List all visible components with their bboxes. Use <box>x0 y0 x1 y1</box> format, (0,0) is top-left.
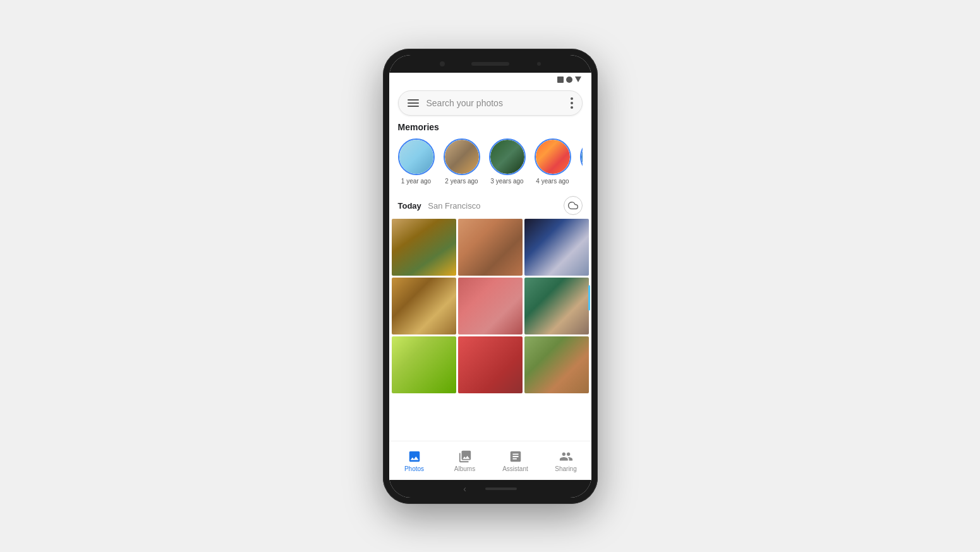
bottom-nav: Photos Albums As <box>389 441 591 480</box>
today-info: Today San Francisco <box>398 200 481 211</box>
assistant-nav-label: Assistant <box>502 465 528 472</box>
back-button[interactable]: ‹ <box>463 484 466 494</box>
albums-nav-icon <box>457 449 473 464</box>
phone-screen: Search your photos Memories 1 year ago <box>389 55 591 498</box>
phone-camera <box>440 61 445 66</box>
sharing-nav-icon <box>559 449 574 464</box>
photo-cell-3-2[interactable] <box>458 336 523 393</box>
memory-item-4[interactable]: 4 years ago <box>535 138 571 185</box>
memory-label-3: 3 years ago <box>490 178 523 185</box>
memory-image-2 <box>445 140 479 174</box>
nav-item-photos[interactable]: Photos <box>389 445 440 476</box>
phone-top-bar <box>389 55 591 73</box>
scroll-indicator <box>588 285 590 310</box>
memory-label-1: 1 year ago <box>401 178 431 185</box>
memories-title: Memories <box>398 122 583 132</box>
status-bar <box>389 73 591 87</box>
photo-row-2 <box>392 278 589 334</box>
today-bar: Today San Francisco <box>389 193 591 219</box>
memory-item-2[interactable]: 2 years ago <box>444 138 480 185</box>
memory-circle-5 <box>580 138 583 175</box>
photo-grid <box>389 219 591 441</box>
photo-row-1 <box>392 219 589 276</box>
assistant-nav-icon <box>508 449 523 464</box>
wifi-icon <box>575 77 581 82</box>
photo-cell-2-3[interactable] <box>524 278 589 334</box>
memory-image-5 <box>581 140 583 174</box>
memory-item-3[interactable]: 3 years ago <box>489 138 526 185</box>
memory-image-4 <box>536 140 570 174</box>
memories-section: Memories 1 year ago 2 years ago <box>389 122 591 193</box>
photos-nav-label: Photos <box>404 465 424 472</box>
photo-row-3 <box>392 336 589 393</box>
search-bar[interactable]: Search your photos <box>398 90 583 116</box>
search-placeholder[interactable]: Search your photos <box>426 98 571 108</box>
today-label: Today <box>398 201 421 211</box>
nav-item-assistant[interactable]: Assistant <box>490 445 541 476</box>
photo-cell-1-2[interactable] <box>458 219 523 276</box>
cloud-icon <box>568 200 578 211</box>
memory-image-3 <box>490 140 524 174</box>
memory-label-4: 4 years ago <box>536 178 569 185</box>
albums-nav-label: Albums <box>454 465 475 472</box>
memory-item-1[interactable]: 1 year ago <box>398 138 435 185</box>
more-options-icon[interactable] <box>571 97 573 109</box>
nav-item-albums[interactable]: Albums <box>440 445 490 476</box>
phone-dot <box>537 62 541 66</box>
status-icons <box>557 77 581 83</box>
memory-item-5[interactable]: 5 yea... <box>580 138 583 185</box>
memory-image-1 <box>399 140 433 174</box>
phone-speaker <box>471 62 509 66</box>
nav-item-sharing[interactable]: Sharing <box>541 445 591 476</box>
photo-cell-1-1[interactable] <box>392 219 456 276</box>
photo-cell-3-1[interactable] <box>392 336 456 393</box>
photos-nav-icon <box>407 449 422 464</box>
photo-cell-2-1[interactable] <box>392 278 456 334</box>
signal-icon <box>566 77 572 83</box>
today-location: San Francisco <box>428 201 480 211</box>
sharing-nav-label: Sharing <box>555 465 576 472</box>
photo-cell-3-3[interactable] <box>524 336 589 393</box>
battery-icon <box>557 77 564 83</box>
photo-cell-2-2[interactable] <box>458 278 523 334</box>
memory-circle-2 <box>444 138 480 175</box>
memories-row: 1 year ago 2 years ago 3 years ago <box>398 138 583 187</box>
phone-bottom-bar: ‹ <box>389 480 591 498</box>
photo-cell-1-3[interactable] <box>524 219 589 276</box>
screen-content: Search your photos Memories 1 year ago <box>389 73 591 480</box>
home-indicator[interactable] <box>485 488 517 490</box>
memory-circle-4 <box>535 138 571 175</box>
menu-icon[interactable] <box>408 99 419 107</box>
memory-label-2: 2 years ago <box>445 178 478 185</box>
memory-circle-1 <box>398 138 435 175</box>
phone-device: Search your photos Memories 1 year ago <box>383 49 598 504</box>
memory-circle-3 <box>489 138 526 175</box>
cloud-upload-button[interactable] <box>564 196 583 215</box>
